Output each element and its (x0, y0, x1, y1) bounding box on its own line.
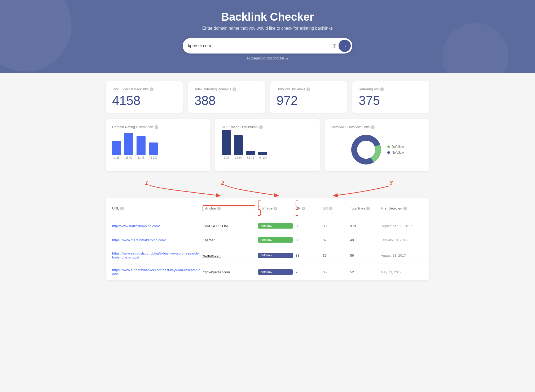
url-bar-group-51-75: 51-75 (246, 151, 255, 159)
url-bar-label-51-75: 51-75 (247, 156, 254, 159)
bar-1-25 (112, 141, 121, 155)
row3-url[interactable]: https://www.semrush.com/blog/5-best-keyw… (112, 251, 200, 259)
row1-first-detected: September 30, 2017 (381, 224, 423, 228)
legend-dofollow: Dofollow (387, 145, 404, 149)
annotation-arrows: 1 2 3 (106, 179, 429, 198)
bar-group-76-100: 76-100 (149, 142, 158, 159)
row4-link-type: nofollow (258, 269, 293, 275)
row3-anchor: kparser.com (203, 253, 255, 257)
row4-url[interactable]: https://www.authorityhacker.com/best-key… (112, 268, 200, 276)
backlinks-table: URL i Anchor i Link Type i (106, 198, 429, 280)
charts-row: Domain Rating Distribution i 1-25 26-50 … (106, 119, 429, 171)
info-icon-ips[interactable]: i (380, 87, 384, 91)
row2-dr: 38 (296, 238, 320, 242)
stat-value-domains: 388 (194, 94, 258, 107)
info-icon-first-detected[interactable]: i (403, 207, 407, 210)
stat-card-ips: Referring IPs i 375 (352, 81, 429, 113)
svg-text:3: 3 (389, 179, 393, 186)
col-dr: DR i (296, 202, 320, 215)
main-content: Total External Backlinks i 4158 Total Re… (100, 73, 435, 288)
stat-card-dofollow: Dofollow Backlinks i 972 (270, 81, 347, 113)
stat-value-dofollow: 972 (277, 94, 341, 107)
row2-first-detected: January 10, 2019 (381, 238, 423, 242)
info-icon-ur-chart[interactable]: i (259, 125, 263, 129)
row2-anchor: Kparser (203, 238, 255, 242)
row3-link-type: nofollow (258, 253, 293, 258)
bar-label-1-25: 1-25 (114, 156, 119, 159)
col-url: URL i (112, 206, 200, 210)
legend-nofollow: Nofollow (387, 151, 404, 154)
bar-51-75 (137, 136, 146, 155)
page-header: Backlink Checker Enter domain name that … (0, 0, 535, 73)
url-bar-label-1-25: 1-25 (223, 156, 229, 159)
bar-group-51-75: 51-75 (137, 136, 146, 159)
url-bar-group-76-100: 76-100 (258, 152, 267, 159)
stats-row: Total External Backlinks i 4158 Total Re… (106, 81, 429, 113)
info-icon-dr-chart[interactable]: i (155, 125, 158, 129)
stat-value-backlinks: 4158 (112, 94, 176, 107)
url-bar-51-75 (246, 151, 255, 155)
info-icon-backlinks[interactable]: i (150, 87, 154, 91)
stat-label-ips: Referring IPs i (359, 87, 423, 91)
stat-label-dofollow: Dofollow Backlinks i (277, 87, 341, 91)
info-icon-nofollow-chart[interactable]: i (371, 125, 375, 129)
info-icon-ur[interactable]: i (329, 207, 332, 210)
url-bar-label-76-100: 76-100 (259, 156, 267, 159)
annotation-area: 1 2 3 (106, 179, 429, 198)
bar-group-26-50: 26-50 (124, 133, 133, 159)
url-bar-1-25 (222, 130, 231, 155)
bar-label-51-75: 51-75 (138, 156, 144, 159)
row1-url[interactable]: http://www.trafficshopping.com/ (112, 224, 200, 228)
row2-url[interactable]: https://www.therainmakerblog.com/ (112, 238, 200, 242)
info-icon-anchor[interactable]: i (217, 207, 221, 210)
table-row: http://www.trafficshopping.com/ KPARSER.… (106, 219, 429, 233)
bar-label-76-100: 76-100 (149, 156, 157, 159)
svg-point-2 (357, 141, 375, 159)
row4-total-links: 52 (350, 270, 378, 274)
info-icon-dr[interactable]: i (302, 207, 305, 210)
row1-anchor: KPARSER.COM (203, 224, 255, 228)
row1-dr: 38 (296, 224, 320, 228)
row3-first-detected: August 13, 2017 (381, 253, 423, 257)
anchor-header-highlighted: Anchor i (203, 205, 255, 211)
stat-card-backlinks: Total External Backlinks i 4158 (106, 81, 183, 113)
grid-icon: ⊞ (332, 43, 336, 49)
info-icon-link-type[interactable]: i (274, 207, 277, 210)
info-icon-domains[interactable]: i (233, 87, 236, 91)
svg-text:2: 2 (221, 179, 225, 186)
search-input[interactable] (188, 43, 332, 48)
url-bar-label-26-50: 26-50 (235, 156, 242, 159)
row2-ur: 37 (323, 238, 348, 242)
row3-total-links: 56 (350, 253, 378, 257)
search-button[interactable]: → (339, 40, 351, 52)
row2-total-links: 48 (350, 238, 378, 242)
info-icon-dofollow[interactable]: i (306, 87, 310, 91)
svg-text:1: 1 (145, 179, 148, 186)
stat-value-ips: 375 (359, 94, 423, 107)
bar-group-1-25: 1-25 (112, 141, 121, 159)
info-icon-total-links[interactable]: i (366, 207, 370, 210)
col-ur: UR i (323, 206, 348, 210)
row3-dr: 88 (296, 253, 320, 257)
domain-rating-bars: 1-25 26-50 51-75 76-100 (112, 134, 204, 160)
stat-label-domains: Total Referring Domains i (194, 87, 258, 91)
url-bar-group-26-50: 26-50 (234, 135, 243, 159)
chart-nofollow-dofollow: Nofollow / Dofollow Links i Dofollow (325, 119, 429, 171)
info-icon-url[interactable]: i (120, 207, 124, 210)
row2-link-type: dofollow (258, 237, 293, 243)
legend-dot-nofollow (387, 151, 390, 154)
domain-filter-link[interactable]: All pages on this domain → (247, 56, 288, 60)
chart-nofollow-title: Nofollow / Dofollow Links i (331, 125, 423, 129)
col-total-links: Total links i (350, 206, 378, 210)
row1-total-links: 978 (350, 224, 378, 228)
domain-filter: All pages on this domain → (5, 56, 530, 60)
row1-link-type: dofollow (258, 223, 293, 229)
stat-label-backlinks: Total External Backlinks i (112, 87, 176, 91)
url-bar-26-50 (234, 135, 243, 155)
chart-url-rating: URL Rating Distribution i 1-25 26-50 51-… (215, 119, 319, 171)
table-row: https://www.authorityhacker.com/best-key… (106, 264, 429, 280)
row4-ur: 35 (323, 270, 348, 274)
table-row: https://www.therainmakerblog.com/ Kparse… (106, 233, 429, 247)
row3-ur: 36 (323, 253, 348, 257)
table-header: URL i Anchor i Link Type i (106, 198, 429, 219)
